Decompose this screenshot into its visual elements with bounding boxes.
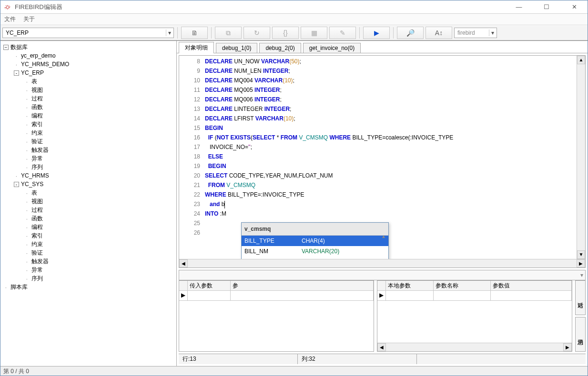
tree-item[interactable]: ·编程: [3, 223, 176, 231]
col-input-param2: 参: [231, 281, 374, 290]
tree-item[interactable]: ·过程: [3, 206, 176, 214]
autocomplete-popup[interactable]: v_cmsmq BILL_TYPECHAR(4)BILL_NMVARCHAR(2…: [241, 222, 389, 259]
status-row: 行:13: [179, 354, 298, 364]
autocomplete-item[interactable]: BILL_NMVARCHAR(20): [242, 246, 388, 257]
tree-item[interactable]: ·过程: [3, 94, 176, 103]
editor-statusbar: 行:13 列:32: [179, 354, 586, 364]
tb-new-doc[interactable]: 🗎: [181, 27, 208, 39]
tree-item[interactable]: ·yc_erp_demo: [3, 51, 176, 60]
toolbar: YC_ERP ▾ 🗎 ⧉ ↻ {} ▦ ✎ ▶ 🔎 A↕ firebird ▾: [0, 25, 588, 40]
chevron-down-icon[interactable]: ▾: [489, 30, 496, 36]
tree-item[interactable]: ·验证: [3, 248, 176, 257]
menu-about[interactable]: 关于: [23, 15, 35, 23]
tree-item[interactable]: ·函数: [3, 103, 176, 111]
scroll-up-icon[interactable]: ▲: [577, 56, 585, 64]
autocomplete-item[interactable]: BILL_CLASSCHAR(2): [242, 257, 388, 259]
tab[interactable]: get_invoice_no(0): [303, 43, 361, 53]
tree-item[interactable]: ·触发器: [3, 257, 176, 266]
tree-item[interactable]: ·异常: [3, 266, 176, 274]
app-icon: ⛮: [4, 3, 12, 11]
language-combo[interactable]: firebird ▾: [454, 28, 497, 38]
tb-run[interactable]: ▶: [363, 27, 390, 39]
input-params-panel[interactable]: 传入参数 参 ▶: [179, 280, 374, 352]
tree-item[interactable]: ·异常: [3, 154, 176, 163]
local-params-panel[interactable]: 本地参数 参数名称 参数值 ▶ ◀ ▶: [377, 280, 572, 352]
tb-refresh[interactable]: ↻: [243, 27, 270, 39]
expand-icon[interactable]: -: [14, 182, 19, 187]
scroll-down-icon[interactable]: ▼: [577, 250, 585, 259]
line-gutter: 891011121314151617181920212223242526: [179, 56, 203, 259]
tree-item[interactable]: ·视图: [3, 197, 176, 206]
titlebar: ⛮ FIREBIRD编辑器 — ☐ ✕: [0, 0, 588, 14]
tb-table[interactable]: ▦: [301, 27, 327, 39]
tree-item[interactable]: ·约束: [3, 240, 176, 248]
main-statusbar: 第 0 / 共 0: [0, 366, 588, 376]
scroll-up-icon[interactable]: ▴: [380, 231, 387, 241]
tree-item[interactable]: ·表: [3, 188, 176, 197]
menubar: 文件 关于: [0, 14, 588, 25]
tree-item[interactable]: ·表: [3, 77, 176, 86]
tree-item[interactable]: ·索引: [3, 231, 176, 240]
tree-item[interactable]: ·约束: [3, 129, 176, 137]
chevron-down-icon[interactable]: ▾: [166, 30, 172, 36]
tree-item[interactable]: ·编程: [3, 111, 176, 120]
maximize-button[interactable]: ☐: [537, 2, 556, 12]
tree-item[interactable]: ·触发器: [3, 146, 176, 154]
scroll-left-icon[interactable]: ◀: [179, 259, 188, 267]
window-title: FIREBIRD编辑器: [15, 3, 509, 11]
tab[interactable]: 对象明细: [179, 42, 214, 53]
collapse-icon[interactable]: −: [3, 45, 9, 50]
scroll-left-icon[interactable]: ◀: [377, 343, 386, 351]
col-input-param: 传入参数: [188, 281, 231, 290]
col-param-name: 参数名称: [434, 281, 491, 290]
menu-file[interactable]: 文件: [4, 15, 16, 23]
database-combo[interactable]: YC_ERP ▾: [2, 28, 174, 38]
tree-item[interactable]: ·验证: [3, 137, 176, 146]
tree-item[interactable]: -YC_SYS: [3, 180, 176, 188]
col-param-value: 参数值: [491, 281, 572, 290]
chevron-down-icon[interactable]: ▾: [580, 272, 583, 278]
horizontal-scrollbar[interactable]: ◀ ▶: [179, 259, 585, 267]
tb-copy-doc[interactable]: ⧉: [215, 27, 242, 39]
tree-item[interactable]: -YC_ERP: [3, 69, 176, 77]
vertical-scrollbar[interactable]: ▲ ▼: [577, 56, 585, 259]
tree-item[interactable]: ·视图: [3, 86, 176, 94]
close-button[interactable]: ✕: [565, 2, 584, 12]
expand-icon[interactable]: -: [14, 70, 19, 76]
tb-braces[interactable]: {}: [272, 27, 299, 39]
tb-sort[interactable]: A↕: [426, 27, 452, 39]
tree-root-scripts[interactable]: 脚本库: [10, 284, 28, 290]
side-tab-message[interactable]: 消息: [575, 317, 586, 352]
tab[interactable]: debug_1(0): [216, 43, 257, 53]
col-local-param: 本地参数: [386, 281, 434, 290]
scroll-right-icon[interactable]: ▶: [577, 259, 585, 267]
editor-tabs: 对象明细debug_1(0)debug_2(0)get_invoice_no(0…: [177, 41, 588, 53]
side-tab-dialog[interactable]: 对话: [575, 280, 586, 315]
tree-item[interactable]: ·序列: [3, 274, 176, 283]
row-marker-icon: ▶: [179, 291, 188, 300]
horizontal-scrollbar[interactable]: ◀ ▶: [377, 343, 572, 351]
scroll-right-icon[interactable]: ▶: [563, 343, 572, 351]
minimize-button[interactable]: —: [509, 2, 528, 12]
code-editor[interactable]: 891011121314151617181920212223242526 DEC…: [179, 56, 585, 259]
object-tree[interactable]: −数据库 ·yc_erp_demo·YC_HRMS_DEMO-YC_ERP·表·…: [0, 41, 177, 366]
tree-item[interactable]: ·索引: [3, 120, 176, 129]
tree-item[interactable]: ·函数: [3, 214, 176, 223]
status-col: 列:32: [298, 354, 417, 364]
tree-item[interactable]: ·YC_HRMS: [3, 171, 176, 180]
tree-root-database[interactable]: 数据库: [10, 44, 28, 50]
tb-edit[interactable]: ✎: [329, 27, 356, 39]
autocomplete-title: v_cmsmq: [242, 223, 388, 236]
tree-item[interactable]: ·YC_HRMS_DEMO: [3, 60, 176, 69]
tab[interactable]: debug_2(0): [259, 43, 301, 53]
mid-toolbar: ▾: [179, 270, 586, 280]
row-marker-icon: ▶: [377, 291, 386, 300]
tb-find[interactable]: 🔎: [397, 27, 424, 39]
tree-item[interactable]: ·序列: [3, 163, 176, 171]
autocomplete-item[interactable]: BILL_TYPECHAR(4): [242, 236, 388, 246]
